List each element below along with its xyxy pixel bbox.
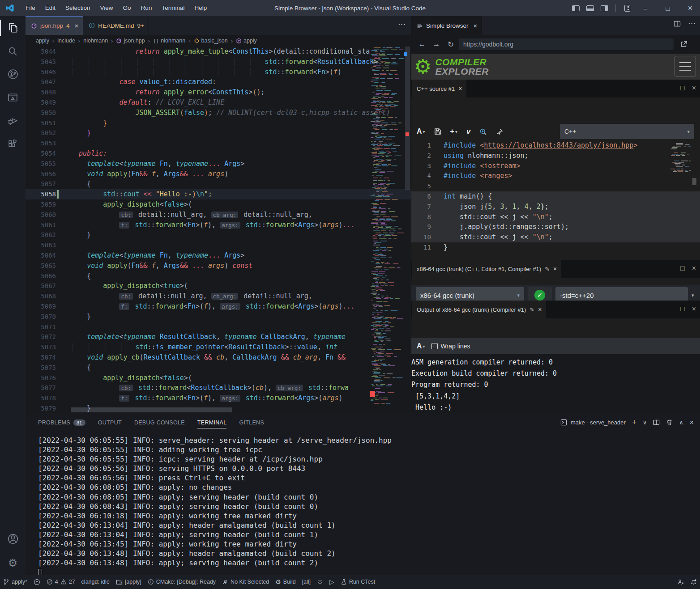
close-panel-icon[interactable]: × (690, 419, 694, 427)
settings-gear-icon[interactable]: ⚙ (0, 551, 26, 575)
hamburger-menu-icon[interactable] (674, 56, 696, 77)
menu-run[interactable]: Run (136, 4, 157, 11)
menu-go[interactable]: Go (118, 4, 136, 11)
zoom-icon[interactable] (479, 128, 487, 136)
breadcrumb-item-nlohmann[interactable]: nlohmann (83, 38, 108, 44)
menu-file[interactable]: File (21, 4, 40, 11)
panel-tab-output[interactable]: OUTPUT (98, 414, 122, 431)
toggle-panel-icon[interactable] (584, 2, 596, 14)
close-icon[interactable]: × (458, 85, 462, 92)
notifications[interactable] (687, 575, 700, 589)
breadcrumb-item-apply[interactable]: apply (36, 38, 49, 44)
toggle-sidebar-icon[interactable] (570, 2, 581, 14)
explorer-icon[interactable] (0, 16, 26, 39)
close-icon[interactable]: × (474, 22, 478, 30)
source-control-icon[interactable] (0, 63, 26, 86)
open-external-icon[interactable] (680, 40, 688, 48)
close-icon[interactable]: × (75, 22, 79, 30)
toggle-secondary-sidebar-icon[interactable] (598, 2, 610, 14)
close-pane-icon[interactable]: × (692, 305, 696, 313)
panel-tab-problems[interactable]: PROBLEMS31 (38, 414, 85, 431)
terminal-session[interactable]: make - serve_header (560, 419, 626, 426)
wrap-lines-checkbox[interactable]: Wrap lines (431, 343, 470, 350)
cmake-status[interactable]: CMake: [Debug]: Ready (145, 575, 219, 589)
close-pane-icon[interactable]: × (692, 264, 696, 272)
font-size-button[interactable]: A▾ (417, 342, 425, 350)
close-icon[interactable]: × (553, 265, 557, 272)
rename-icon[interactable]: ✎ (529, 306, 534, 313)
close-pane-icon[interactable]: × (692, 84, 696, 92)
extensions-icon[interactable] (0, 132, 26, 156)
language-dropdown[interactable]: C++ ▾ (560, 124, 694, 139)
menu-view[interactable]: View (95, 4, 118, 11)
menu-help[interactable]: Help (189, 4, 212, 11)
minimize-button[interactable]: – (636, 0, 655, 16)
pin-icon[interactable] (496, 128, 503, 135)
tab-simple-browser[interactable]: Simple Browser × (411, 16, 482, 35)
url-input[interactable]: https://godbolt.org (459, 38, 674, 50)
ce-compiler-tab[interactable]: x86-64 gcc (trunk) (C++, Editor #1, Comp… (412, 260, 561, 278)
menu-selection[interactable]: Selection (60, 4, 95, 11)
maximize-button[interactable]: □ (658, 0, 678, 16)
accounts-icon[interactable] (0, 527, 26, 551)
breadcrumb-item-json.hpp[interactable]: json.hpp (116, 38, 145, 44)
more-actions-icon[interactable]: ⋯ (688, 20, 696, 27)
panel-tab-gitlens[interactable]: GITLENS (239, 414, 264, 431)
breadcrumb-item-nlohmann[interactable]: {}nlohmann (153, 38, 185, 44)
ctest-button[interactable]: Run CTest (337, 575, 378, 589)
font-size-button[interactable]: A▾ (417, 127, 425, 136)
ce-source-tab[interactable]: C++ source #1 × (412, 80, 466, 97)
panel-tab-terminal[interactable]: TERMINAL (197, 414, 227, 431)
feedback[interactable] (674, 575, 687, 589)
problems-status[interactable]: 427 (43, 575, 78, 589)
terminal-dropdown-icon[interactable]: ∨ (643, 420, 647, 426)
kit-status[interactable]: No Kit Selected (219, 575, 272, 589)
horizontal-scrollbar[interactable] (71, 407, 232, 412)
more-actions-ic[interactable]: ⋯ (398, 20, 405, 29)
kill-terminal-icon[interactable] (666, 419, 673, 426)
breadcrumb-item-apply[interactable]: apply (236, 38, 257, 44)
maximize-pane-icon[interactable]: □ (680, 305, 685, 313)
cmake-panel-icon[interactable] (0, 86, 26, 109)
close-button[interactable]: × (680, 0, 700, 16)
maximize-pane-icon[interactable]: □ (680, 84, 685, 92)
launch-button[interactable]: ▷ (326, 575, 337, 589)
rename-icon[interactable]: ✎ (545, 266, 550, 272)
code-editor[interactable]: 5044 return apply_make_tuple<ConstThis>(… (26, 47, 411, 414)
breadcrumb-item-basic_json[interactable]: basic_json (194, 38, 228, 44)
menu-terminal[interactable]: Terminal (157, 4, 189, 11)
tab-readme-md[interactable]: README.md 9+ (83, 16, 149, 35)
tab-json-hpp[interactable]: json.hpp 4 × (26, 16, 83, 35)
publish-changes[interactable] (30, 575, 43, 589)
run-debug-icon[interactable] (0, 109, 26, 132)
ce-output-tab[interactable]: Output of x86-64 gcc (trunk) (Compiler #… (412, 301, 546, 318)
search-icon[interactable] (0, 39, 26, 63)
build-target[interactable]: [all] (299, 575, 314, 589)
active-folder[interactable]: [apply] (113, 575, 145, 589)
add-pane-button[interactable]: +▾ (450, 127, 457, 136)
close-icon[interactable]: × (538, 306, 542, 313)
terminal-output[interactable]: [2022-04-30 06:05:55] INFO: serve_header… (38, 436, 696, 575)
back-icon[interactable]: ← (415, 40, 429, 49)
ce-scrollbar[interactable] (692, 178, 696, 185)
vertical-scrollbar[interactable] (405, 47, 410, 190)
new-terminal-icon[interactable]: + (632, 418, 637, 427)
forward-icon[interactable]: → (429, 40, 444, 49)
reload-icon[interactable]: ↻ (444, 40, 458, 49)
maximize-pane-icon[interactable]: □ (680, 264, 685, 272)
split-terminal-icon[interactable] (653, 419, 660, 426)
vim-mode-icon[interactable]: v (466, 127, 470, 136)
ce-source-editor[interactable]: 1#include <https://localhost:8443/apply/… (411, 140, 700, 260)
options-caret-icon[interactable]: ▾ (691, 292, 694, 298)
split-editor-icon[interactable] (674, 20, 681, 27)
minimap[interactable] (370, 47, 404, 404)
breadcrumb-item-include[interactable]: include (57, 38, 75, 44)
maximize-panel-icon[interactable]: ∧ (679, 419, 683, 426)
customize-layout-icon[interactable] (621, 2, 633, 14)
save-icon[interactable] (434, 128, 441, 135)
build-button[interactable]: ⚙Build (272, 575, 299, 589)
git-branch-status[interactable]: apply* (0, 575, 30, 589)
debug-target-button[interactable] (314, 575, 326, 589)
panel-tab-debug-console[interactable]: DEBUG CONSOLE (134, 414, 185, 431)
clangd-status[interactable]: clangd: idle (78, 575, 113, 589)
